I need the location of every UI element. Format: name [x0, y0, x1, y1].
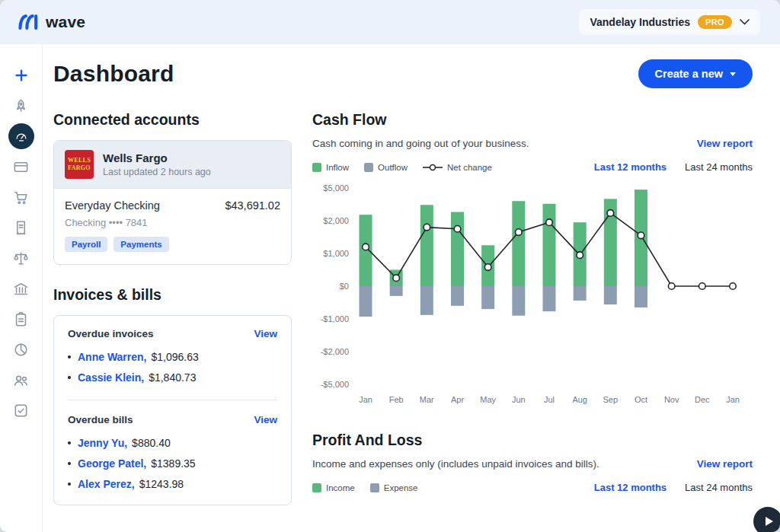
overdue-bills-section: Overdue bills View Jenny Yu, $880.40: [54, 402, 291, 505]
top-bar: wave Vandelay Industries PRO: [0, 0, 780, 44]
profit-loss-title: Profit And Loss: [312, 432, 753, 449]
net-change-line-icon: [423, 163, 443, 172]
sidebar-item-payroll[interactable]: [8, 306, 34, 332]
cash-flow-legend: Inflow Outflow Net change: [312, 161, 753, 173]
bullet-icon: [68, 462, 71, 465]
range-last-12-months[interactable]: Last 12 months: [594, 161, 667, 173]
wells-fargo-logo: WELLS FARGO: [65, 150, 94, 179]
range-last-24-months[interactable]: Last 24 months: [685, 161, 753, 173]
list-item: Jenny Yu, $880.40: [68, 432, 277, 453]
rocket-icon: [12, 97, 30, 115]
sidebar-item-add[interactable]: [8, 62, 34, 88]
invoice-customer-link[interactable]: Cassie Klein,: [78, 371, 144, 384]
sidebar-item-accounting[interactable]: [8, 245, 34, 271]
svg-text:$0: $0: [340, 282, 349, 291]
sidebar-item-launchpad[interactable]: [8, 93, 34, 119]
account-details: Everyday Checking $43,691.02 Checking ••…: [54, 189, 291, 264]
plus-icon: [13, 67, 30, 84]
profit-loss-view-report-link[interactable]: View report: [697, 458, 753, 470]
tag-payments: Payments: [113, 237, 168, 252]
sidebar-item-reports[interactable]: [8, 336, 34, 362]
cash-flow-view-report-link[interactable]: View report: [697, 138, 753, 149]
invoices-bills-card: Overdue invoices View Anne Warren, $1,09…: [53, 315, 292, 505]
cash-flow-title: Cash Flow: [312, 111, 753, 129]
credit-card-icon: [12, 158, 30, 176]
connected-accounts-title: Connected accounts: [53, 111, 292, 129]
bank-name: Wells Fargo: [103, 151, 211, 164]
sidebar-item-transactions[interactable]: [8, 154, 34, 180]
caret-down-icon: [730, 72, 736, 76]
left-column: Connected accounts WELLS FARGO Wells Far…: [53, 111, 292, 505]
plan-badge: PRO: [698, 15, 732, 29]
chevron-down-icon: [740, 19, 750, 25]
bank-header: WELLS FARGO Wells Fargo Last updated 2 h…: [54, 141, 291, 189]
create-new-label: Create a new: [655, 68, 723, 80]
business-switcher[interactable]: Vandelay Industries PRO: [579, 9, 760, 35]
scales-icon: [12, 250, 30, 267]
legend-label: Income: [326, 483, 355, 492]
svg-text:Jun: Jun: [512, 395, 526, 404]
receipt-icon: [12, 219, 30, 237]
bill-amount: $1243.98: [139, 478, 184, 490]
legend-inflow: Inflow: [312, 163, 349, 172]
sidebar-item-purchases[interactable]: [8, 215, 34, 241]
sidebar-item-banking[interactable]: [8, 276, 34, 301]
bill-vendor-link[interactable]: Alex Perez,: [78, 478, 135, 490]
tag-payroll: Payroll: [65, 237, 107, 252]
list-item: George Patel, $1389.35: [68, 453, 277, 473]
svg-text:Jan: Jan: [726, 395, 740, 404]
range-last-12-months[interactable]: Last 12 months: [594, 482, 667, 493]
help-play-button[interactable]: [753, 507, 780, 532]
bullet-icon: [68, 483, 71, 486]
bank-logo-line1: WELLS: [68, 157, 91, 164]
invoice-amount: $1,096.63: [152, 351, 199, 363]
sidebar-item-advisors[interactable]: [8, 367, 34, 393]
view-invoices-link[interactable]: View: [254, 328, 277, 339]
svg-text:Mar: Mar: [420, 395, 434, 404]
clipboard-icon: [12, 311, 30, 328]
profit-loss-subtitle: Income and expenses only (includes unpai…: [312, 458, 599, 470]
app-window: wave Vandelay Industries PRO: [0, 0, 780, 532]
profit-loss-range-toggle: Last 12 months Last 24 months: [594, 482, 753, 493]
overdue-invoices-section: Overdue invoices View Anne Warren, $1,09…: [54, 316, 291, 398]
svg-text:-$2,000: -$2,000: [321, 347, 349, 356]
svg-text:-$5,000: -$5,000: [321, 380, 349, 389]
range-last-24-months[interactable]: Last 24 months: [685, 482, 753, 493]
sidebar-item-tasks[interactable]: [8, 397, 34, 423]
account-name: Everyday Checking: [65, 199, 160, 212]
legend-income: Income: [312, 483, 355, 492]
bank-logo-line2: FARGO: [68, 164, 91, 172]
checkbox-icon: [12, 402, 30, 419]
play-icon: [766, 517, 773, 526]
cash-flow-range-toggle: Last 12 months Last 24 months: [594, 161, 753, 173]
cash-flow-subtitle: Cash coming in and going out of your bus…: [312, 138, 529, 149]
bill-vendor-link[interactable]: Jenny Yu,: [78, 437, 127, 449]
business-name: Vandelay Industries: [590, 16, 690, 28]
sidebar-item-dashboard[interactable]: [8, 123, 34, 149]
legend-label: Net change: [447, 163, 492, 172]
svg-text:Nov: Nov: [664, 395, 679, 404]
legend-expense: Expense: [370, 483, 418, 492]
legend-label: Outflow: [378, 163, 408, 172]
pie-chart-icon: [12, 341, 30, 358]
account-number: Checking •••• 7841: [65, 217, 280, 228]
legend-net-change: Net change: [423, 163, 492, 172]
svg-text:$1,000: $1,000: [323, 249, 349, 258]
overdue-bills-title: Overdue bills: [68, 414, 133, 425]
account-balance: $43,691.02: [225, 199, 280, 212]
bill-vendor-link[interactable]: George Patel,: [78, 457, 146, 470]
svg-text:Apr: Apr: [451, 395, 464, 404]
sidebar: [0, 44, 43, 532]
legend-label: Inflow: [326, 163, 349, 172]
bullet-icon: [68, 441, 71, 444]
list-item: Cassie Klein, $1,840.73: [68, 367, 277, 387]
brand-name: wave: [46, 13, 85, 31]
main-content: Dashboard Create a new Connected account…: [43, 44, 780, 532]
view-bills-link[interactable]: View: [254, 414, 277, 425]
list-item: Alex Perez, $1243.98: [68, 473, 277, 494]
sidebar-item-sales[interactable]: [8, 184, 34, 210]
invoice-customer-link[interactable]: Anne Warren,: [78, 351, 147, 363]
page-title: Dashboard: [53, 61, 174, 87]
create-new-button[interactable]: Create a new: [638, 59, 753, 88]
svg-text:Sep: Sep: [603, 395, 619, 404]
